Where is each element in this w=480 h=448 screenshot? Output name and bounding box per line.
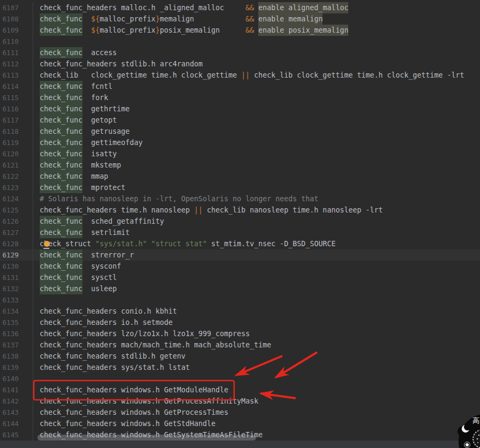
line-number[interactable]: 6117 xyxy=(0,115,33,126)
code-line[interactable]: 6125check_func_headers time.h nanosleep … xyxy=(0,204,480,216)
code-text[interactable]: check_func sched_getaffinity xyxy=(33,216,480,227)
code-line[interactable]: 6142check_func_headers windows.h GetProc… xyxy=(0,396,480,407)
line-number[interactable]: 6110 xyxy=(0,36,33,47)
line-number[interactable]: 6116 xyxy=(0,103,33,115)
code-line[interactable]: 6134check_func_headers conio.h kbhit xyxy=(0,306,480,317)
line-number[interactable]: 6132 xyxy=(0,283,33,294)
code-line[interactable]: 6119check_func gettimeofday xyxy=(0,137,480,148)
line-number[interactable]: 6107 xyxy=(0,2,33,13)
code-line[interactable]: 6144check_func_headers windows.h GetStdH… xyxy=(0,418,480,429)
code-text[interactable]: check_func isatty xyxy=(33,148,480,160)
code-text[interactable]: check_func sysconf xyxy=(33,261,480,272)
code-text[interactable] xyxy=(33,373,480,384)
line-number[interactable]: 6121 xyxy=(0,160,33,171)
code-line[interactable]: 6130check_func sysconf xyxy=(0,261,480,272)
line-number[interactable]: 6118 xyxy=(0,126,33,137)
code-text[interactable]: check_func ${malloc_prefix}memalign && e… xyxy=(33,13,480,25)
code-line[interactable]: 6124# Solaris has nanosleep in -lrt, Ope… xyxy=(0,193,480,204)
line-number[interactable]: 6135 xyxy=(0,317,33,328)
line-number[interactable]: 6114 xyxy=(0,81,33,92)
code-line[interactable]: 6133 xyxy=(0,294,480,306)
code-text[interactable]: check_func gethrtime xyxy=(33,103,480,115)
code-text[interactable]: check_func access xyxy=(33,47,480,58)
code-text[interactable]: check_func_headers windows.h GetSystemTi… xyxy=(33,429,480,441)
line-number[interactable]: 6127 xyxy=(0,227,33,238)
code-line[interactable]: 6120check_func isatty xyxy=(0,148,480,160)
line-number[interactable]: 6130 xyxy=(0,261,33,272)
code-text[interactable]: check_func_headers stdlib.h getenv xyxy=(33,351,480,362)
line-number[interactable]: 6140 xyxy=(0,373,33,384)
code-line[interactable]: 6137check_func_headers mach/mach_time.h … xyxy=(0,339,480,351)
code-text[interactable]: check_func getrusage xyxy=(33,126,480,137)
code-text[interactable]: check_struct "sys/stat.h" "struct stat" … xyxy=(33,238,480,249)
code-text[interactable]: check_func_headers malloc.h _aligned_mal… xyxy=(33,2,480,13)
line-number[interactable]: 6144 xyxy=(0,418,33,429)
line-number[interactable]: 6108 xyxy=(0,13,33,25)
code-line[interactable]: 6143check_func_headers windows.h GetProc… xyxy=(0,407,480,418)
line-number[interactable]: 6137 xyxy=(0,339,33,351)
code-text[interactable]: check_func_headers windows.h GetModuleHa… xyxy=(33,384,480,396)
code-text[interactable]: check_func ${malloc_prefix}posix_memalig… xyxy=(33,25,480,36)
line-number[interactable]: 6133 xyxy=(0,294,33,306)
code-line[interactable]: 6126check_func sched_getaffinity xyxy=(0,216,480,227)
line-number[interactable]: 6141 xyxy=(0,384,33,396)
line-number[interactable]: 6111 xyxy=(0,47,33,58)
line-number[interactable]: 6126 xyxy=(0,216,33,227)
code-line[interactable]: 6113check_lib clock_gettime time.h clock… xyxy=(0,70,480,81)
line-number[interactable]: 6129 xyxy=(0,249,33,261)
code-line[interactable]: 6141check_func_headers windows.h GetModu… xyxy=(0,384,480,396)
code-text[interactable]: check_func strerror_r xyxy=(33,249,480,261)
line-number[interactable]: 6145 xyxy=(0,429,33,441)
code-line[interactable]: 6135check_func_headers io.h setmode xyxy=(0,317,480,328)
code-text[interactable]: check_func_headers mach/mach_time.h mach… xyxy=(33,339,480,351)
code-text[interactable]: check_func_headers windows.h GetStdHandl… xyxy=(33,418,480,429)
code-text[interactable]: check_func gettimeofday xyxy=(33,137,480,148)
line-number[interactable]: 6113 xyxy=(0,70,33,81)
line-number[interactable]: 6134 xyxy=(0,306,33,317)
code-line[interactable]: 6128check_struct "sys/stat.h" "struct st… xyxy=(0,238,480,249)
code-text[interactable]: check_func fcntl xyxy=(33,81,480,92)
code-line[interactable]: 6110 xyxy=(0,36,480,47)
code-line[interactable]: 6122check_func mmap xyxy=(0,171,480,182)
line-number[interactable]: 6125 xyxy=(0,204,33,216)
line-number[interactable]: 6109 xyxy=(0,25,33,36)
code-text[interactable]: check_func fork xyxy=(33,92,480,103)
line-number[interactable]: 6138 xyxy=(0,351,33,362)
code-text[interactable]: check_func_headers time.h nanosleep || c… xyxy=(33,204,480,216)
code-text[interactable]: check_func_headers io.h setmode xyxy=(33,317,480,328)
line-number[interactable]: 6128 xyxy=(0,238,33,249)
code-text[interactable]: check_func_headers stdlib.h arc4random xyxy=(33,58,480,70)
code-text[interactable] xyxy=(33,294,480,306)
code-text[interactable]: check_func setrlimit xyxy=(33,227,480,238)
line-number[interactable]: 6112 xyxy=(0,58,33,70)
code-line[interactable]: 6132check_func usleep xyxy=(0,283,480,294)
code-text[interactable]: # Solaris has nanosleep in -lrt, OpenSol… xyxy=(33,193,480,204)
line-number[interactable]: 6122 xyxy=(0,171,33,182)
line-number[interactable]: 6115 xyxy=(0,92,33,103)
code-text[interactable]: check_lib clock_gettime time.h clock_get… xyxy=(33,70,480,81)
code-line[interactable]: 6121check_func mkstemp xyxy=(0,160,480,171)
code-line[interactable]: 6123check_func mprotect xyxy=(0,182,480,193)
code-text[interactable]: check_func_headers windows.h GetProcessT… xyxy=(33,407,480,418)
code-text[interactable]: check_func sysctl xyxy=(33,272,480,283)
line-number[interactable]: 6142 xyxy=(0,396,33,407)
code-line[interactable]: 6145check_func_headers windows.h GetSyst… xyxy=(0,429,480,441)
code-line[interactable]: 6118check_func getrusage xyxy=(0,126,480,137)
code-line[interactable]: 6136check_func_headers lzo/lzo1x.h lzo1x… xyxy=(0,328,480,339)
line-number[interactable]: 6131 xyxy=(0,272,33,283)
code-text[interactable] xyxy=(33,36,480,47)
code-text[interactable]: check_func_headers windows.h GetProcessA… xyxy=(33,396,480,407)
code-text[interactable]: check_func mmap xyxy=(33,171,480,182)
code-line[interactable]: 6107check_func_headers malloc.h _aligned… xyxy=(0,2,480,13)
line-number[interactable]: 6143 xyxy=(0,407,33,418)
code-editor[interactable]: 6107check_func_headers malloc.h _aligned… xyxy=(0,2,480,441)
code-line[interactable]: 6116check_func gethrtime xyxy=(0,103,480,115)
code-text[interactable]: check_func usleep xyxy=(33,283,480,294)
line-number[interactable]: 6124 xyxy=(0,193,33,204)
code-line[interactable]: 6140 xyxy=(0,373,480,384)
code-line[interactable]: 6109check_func ${malloc_prefix}posix_mem… xyxy=(0,25,480,36)
code-text[interactable]: check_func_headers conio.h kbhit xyxy=(33,306,480,317)
code-text[interactable]: check_func_headers lzo/lzo1x.h lzo1x_999… xyxy=(33,328,480,339)
line-number[interactable]: 6136 xyxy=(0,328,33,339)
line-number[interactable]: 6123 xyxy=(0,182,33,193)
